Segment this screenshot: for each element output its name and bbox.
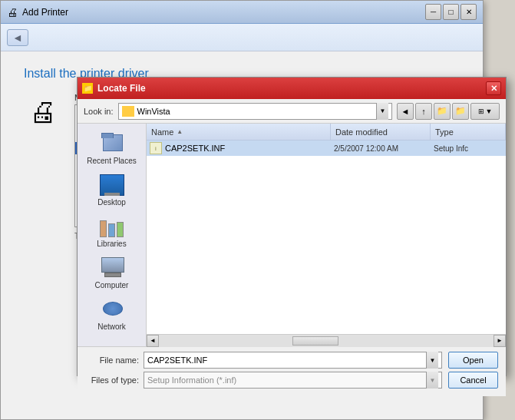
sidebar-item-computer[interactable]: Computer bbox=[81, 254, 143, 293]
locate-bottom: File name: CAP2SETK.INF ▼ Files of type:… bbox=[78, 346, 506, 396]
filename-dropdown-arrow[interactable]: ▼ bbox=[426, 352, 438, 369]
locate-toolbar: Look in: WinVista ▼ ◄ ↑ 📁 📁 ⊞▼ bbox=[78, 99, 506, 124]
locate-title-icon: 📁 bbox=[82, 83, 93, 94]
add-printer-nav: ◄ bbox=[1, 24, 483, 51]
file-name-input-value: CAP2SETK.INF bbox=[147, 356, 426, 365]
folder-icon bbox=[122, 106, 134, 117]
cancel-button[interactable]: Cancel bbox=[448, 372, 498, 389]
file-list-header: Name ▲ Date modified Type bbox=[147, 124, 506, 141]
locate-titlebar: 📁 Locate File ✕ bbox=[78, 78, 506, 99]
locate-file-dialog: 📁 Locate File ✕ Look in: WinVista ▼ ◄ ↑ … bbox=[77, 77, 507, 376]
file-icon: i bbox=[150, 142, 162, 154]
scroll-track[interactable] bbox=[159, 335, 494, 347]
computer-icon bbox=[100, 257, 124, 279]
col-header-type[interactable]: Type bbox=[431, 124, 506, 140]
sidebar-item-desktop[interactable]: Desktop bbox=[81, 171, 143, 210]
file-name-row: File name: CAP2SETK.INF ▼ bbox=[85, 352, 442, 369]
desktop-icon bbox=[100, 174, 124, 196]
sidebar-item-label: Network bbox=[97, 322, 126, 331]
nav-back-button[interactable]: ◄ bbox=[397, 103, 414, 120]
close-button-main[interactable]: ✕ bbox=[461, 4, 477, 20]
back-button[interactable]: ◄ bbox=[7, 29, 28, 46]
locate-main-area: Recent Places Desktop Libraries Computer bbox=[78, 124, 506, 346]
file-name-label: File name: bbox=[85, 356, 139, 365]
recent-places-icon bbox=[100, 133, 124, 154]
add-printer-title-text: Add Printer bbox=[22, 7, 68, 18]
libraries-icon bbox=[100, 216, 124, 237]
files-of-type-row: Files of type: Setup Information (*.inf)… bbox=[85, 372, 442, 389]
add-printer-titlebar: 🖨 Add Printer ─ □ ✕ bbox=[1, 1, 483, 24]
col-header-name[interactable]: Name ▲ bbox=[147, 124, 331, 140]
sort-arrow: ▲ bbox=[177, 128, 183, 135]
sidebar-item-network[interactable]: Network bbox=[81, 296, 143, 334]
look-in-label: Look in: bbox=[84, 107, 114, 116]
sidebar-item-label: Computer bbox=[95, 281, 129, 289]
nav-new-folder-button[interactable]: 📁 bbox=[452, 103, 469, 120]
locate-dialog-title: Locate File bbox=[97, 83, 146, 94]
file-name-input[interactable]: CAP2SETK.INF ▼ bbox=[144, 352, 442, 369]
scroll-left-button[interactable]: ◄ bbox=[147, 335, 159, 347]
file-item[interactable]: i CAP2SETK.INF 2/5/2007 12:00 AM Setup I… bbox=[147, 141, 506, 156]
files-of-type-value: Setup Information (*.inf) bbox=[147, 375, 426, 385]
file-type: Setup Infc bbox=[434, 144, 503, 153]
files-of-type-label: Files of type: bbox=[85, 375, 139, 385]
col-header-date[interactable]: Date modified bbox=[331, 124, 431, 140]
files-of-type-select[interactable]: Setup Information (*.inf) ▼ bbox=[144, 372, 442, 389]
network-icon bbox=[100, 299, 124, 320]
file-name: CAP2SETK.INF bbox=[165, 144, 334, 153]
maximize-button[interactable]: □ bbox=[443, 4, 459, 20]
minimize-button[interactable]: ─ bbox=[425, 4, 441, 20]
scroll-right-button[interactable]: ► bbox=[494, 335, 506, 347]
printer-image: 🖨 bbox=[24, 93, 62, 131]
open-button[interactable]: Open bbox=[448, 352, 498, 369]
horizontal-scrollbar[interactable]: ◄ ► bbox=[147, 334, 506, 346]
sidebar-item-label: Recent Places bbox=[87, 157, 136, 165]
sidebar-item-label: Libraries bbox=[97, 240, 126, 248]
look-in-dropdown[interactable]: WinVista ▼ bbox=[118, 103, 392, 120]
dropdown-arrow[interactable]: ▼ bbox=[376, 103, 388, 120]
filetype-dropdown-arrow[interactable]: ▼ bbox=[426, 372, 438, 389]
look-in-value: WinVista bbox=[137, 107, 373, 116]
add-printer-titlebar-icon: 🖨 bbox=[7, 6, 18, 18]
nav-folder-button[interactable]: 📁 bbox=[434, 103, 451, 120]
nav-up-button[interactable]: ↑ bbox=[415, 103, 432, 120]
file-area: Name ▲ Date modified Type i CAP2SETK.INF… bbox=[147, 124, 506, 346]
scroll-thumb[interactable] bbox=[292, 336, 338, 346]
file-date-modified: 2/5/2007 12:00 AM bbox=[334, 144, 434, 153]
file-list-body: i CAP2SETK.INF 2/5/2007 12:00 AM Setup I… bbox=[147, 141, 506, 334]
close-button[interactable]: ✕ bbox=[486, 81, 501, 95]
sidebar-item-recent-places[interactable]: Recent Places bbox=[81, 130, 143, 168]
sidebar-item-label: Desktop bbox=[97, 198, 126, 207]
locate-sidebar: Recent Places Desktop Libraries Computer bbox=[78, 124, 147, 346]
view-button[interactable]: ⊞▼ bbox=[470, 103, 500, 120]
sidebar-item-libraries[interactable]: Libraries bbox=[81, 213, 143, 251]
